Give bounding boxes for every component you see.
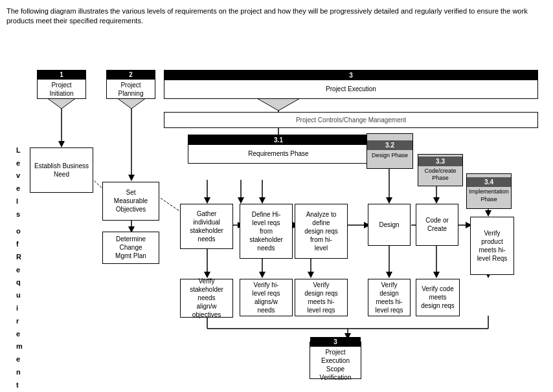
verify-design-box: Verifydesign reqsmeets hi-level reqs: [295, 279, 348, 316]
phase1-title: ProjectInitiation: [38, 80, 85, 99]
phase32-title: Design Phase: [370, 150, 410, 162]
controls-title: Project Controls/Change Management: [296, 116, 406, 124]
svg-marker-29: [308, 272, 314, 278]
phase1-box: 1 ProjectInitiation: [37, 70, 86, 99]
verify-stake-box: Verifystakeholderneedsalign/wobjectives: [180, 279, 233, 318]
phase32-box: 3.2 Design Phase: [367, 133, 413, 169]
define-box: Define Hi-level reqsfromstakeholderneeds: [240, 204, 293, 259]
levels-label-1: Levels: [16, 144, 21, 221]
phase34-title: ImplementationPhase: [468, 187, 510, 204]
svg-marker-17: [485, 210, 491, 217]
phase31-number: 3.1: [188, 135, 368, 145]
phase3-title: Project Execution: [164, 80, 537, 98]
gather-box: Gatherindividualstakeholderneeds: [180, 204, 233, 249]
phase31-title: Requirements Phase: [188, 145, 368, 163]
design-box: Design: [368, 204, 411, 246]
svg-marker-7: [238, 197, 244, 204]
verify-hi-text: Verify hi-level reqsaligns/wneeds: [251, 279, 282, 316]
verify-stake-text: Verifystakeholderneedsalign/wobjectives: [188, 275, 225, 321]
phase3-number: 3: [164, 71, 537, 80]
scope-verify-text: ProjectExecutionScopeVerification: [319, 347, 353, 383]
phase33-box: 3.3 Code/createPhase: [418, 154, 463, 186]
code-text: Code orCreate: [423, 214, 451, 235]
svg-line-52: [157, 196, 181, 212]
phase33-title: Code/createPhase: [423, 166, 457, 184]
svg-marker-1: [58, 141, 65, 147]
svg-marker-13: [386, 197, 392, 204]
phase2-box: 2 ProjectPlanning: [106, 70, 155, 99]
verify-code-text: Verify codemeetsdesign reqs: [419, 283, 457, 312]
levels-label-2: of: [16, 225, 21, 251]
phase33-number: 3.3: [418, 157, 462, 166]
phase1-number: 1: [38, 70, 85, 80]
scope-verify-number: 3: [310, 337, 361, 347]
svg-marker-33: [433, 272, 440, 278]
svg-marker-3: [128, 175, 135, 181]
phase32-number: 3.2: [367, 140, 412, 150]
controls-box: Project Controls/Change Management: [164, 112, 538, 128]
svg-marker-9: [204, 197, 210, 204]
phase2-title: ProjectPlanning: [107, 80, 155, 99]
gather-text: Gatherindividualstakeholderneeds: [188, 208, 225, 245]
verify-design-text: Verifydesign reqsmeets hi-level reqs: [302, 279, 340, 316]
verify-code-box: Verify codemeetsdesign reqs: [416, 279, 460, 316]
verify-product-text: Verifyproductmeets hi-level Reqs: [475, 227, 510, 265]
verify-design2-text: Verifydesignmeets hi-level reqs: [374, 279, 405, 316]
phase3-box: 3 Project Execution: [164, 70, 538, 99]
diagram-container: Levels of Requirements 1 ProjectInitiati…: [6, 34, 547, 384]
measurable-box: SetMeasurableObjectives: [102, 182, 159, 221]
scope-verify-box: 3 ProjectExecutionScopeVerification: [310, 342, 361, 379]
define-text: Define Hi-level reqsfromstakeholderneeds: [247, 208, 285, 254]
levels-label-3: Requirements: [16, 251, 23, 392]
measurable-text: SetMeasurableObjectives: [112, 186, 150, 215]
analyze-box: Analyze todefinedesign reqsfrom hi-level: [295, 204, 348, 259]
intro-paragraph: The following diagram illustrates the va…: [6, 6, 537, 27]
svg-marker-31: [386, 272, 392, 278]
verify-product-box: Verifyproductmeets hi-level Reqs: [470, 217, 514, 275]
establish-text: Establish Business Need: [30, 160, 93, 180]
change-mgmt-text: DetermineChangeMgmt Plan: [113, 233, 148, 262]
verify-design2-box: Verifydesignmeets hi-level reqs: [368, 279, 411, 316]
svg-marker-11: [259, 197, 265, 204]
phase34-box: 3.4 ImplementationPhase: [466, 173, 512, 209]
svg-marker-15: [433, 197, 440, 204]
svg-marker-27: [259, 272, 265, 278]
design-text: Design: [377, 219, 401, 231]
phase31-box: 3.1 Requirements Phase: [188, 135, 369, 164]
phase34-number: 3.4: [467, 177, 511, 187]
establish-box: Establish Business Need: [30, 147, 93, 193]
verify-hi-box: Verify hi-level reqsaligns/wneeds: [240, 279, 293, 316]
phase2-number: 2: [107, 70, 155, 80]
change-mgmt-box: DetermineChangeMgmt Plan: [102, 232, 159, 264]
code-box: Code orCreate: [416, 204, 458, 246]
analyze-text: Analyze todefinedesign reqsfrom hi-level: [302, 208, 340, 254]
